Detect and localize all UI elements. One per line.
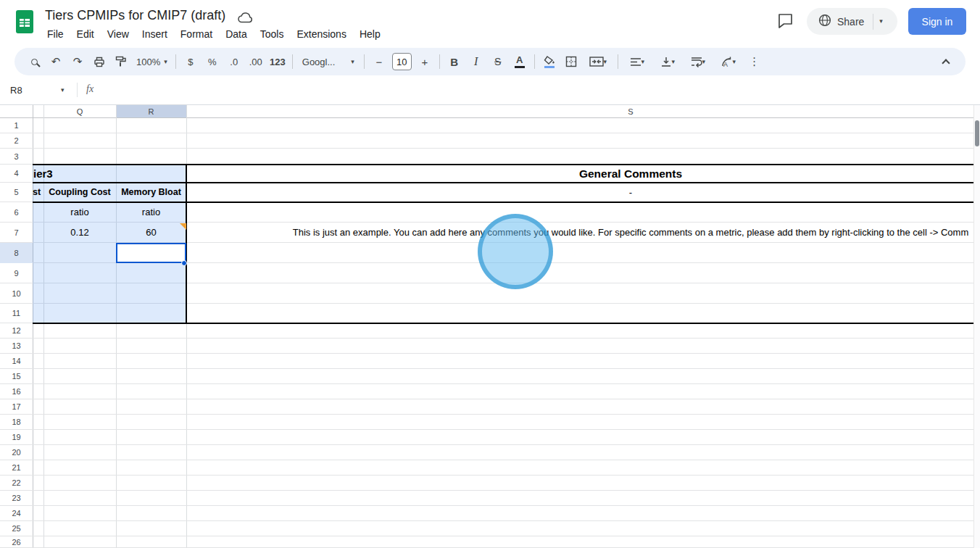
gridline-h <box>0 505 973 506</box>
scrollbar-thumb[interactable] <box>975 120 979 146</box>
italic-button[interactable]: I <box>467 52 486 71</box>
borders-button[interactable] <box>562 52 581 71</box>
share-button[interactable]: Share ▾ <box>807 8 897 35</box>
row-header-3[interactable]: 3 <box>0 149 33 165</box>
merge-cells-button[interactable]: ▾ <box>584 52 612 71</box>
menu-help[interactable]: Help <box>353 28 387 41</box>
row-header-23[interactable]: 23 <box>0 491 33 506</box>
format-percent-button[interactable]: % <box>203 52 222 71</box>
bold-button[interactable]: B <box>445 52 464 71</box>
column-header-s[interactable]: S <box>186 105 980 118</box>
row-header-8[interactable]: 8 <box>0 243 33 263</box>
column-header-partial[interactable] <box>33 105 43 118</box>
menu-view[interactable]: View <box>101 28 136 41</box>
horizontal-align-button[interactable]: ▾ <box>623 52 651 71</box>
row-header-19[interactable]: 19 <box>0 430 33 445</box>
zoom-control[interactable]: 100% ▾ <box>133 52 170 71</box>
increase-decimal-button[interactable]: .00 <box>246 52 265 71</box>
fill-color-button[interactable] <box>540 52 559 71</box>
row-header-22[interactable]: 22 <box>0 476 33 491</box>
text-wrap-button[interactable]: ▾ <box>684 52 712 71</box>
row-header-13[interactable]: 13 <box>0 339 33 354</box>
menu-data[interactable]: Data <box>219 28 254 41</box>
cell-ratio-r[interactable]: ratio <box>116 202 186 223</box>
sign-in-button[interactable]: Sign in <box>908 8 966 35</box>
row-header-15[interactable]: 15 <box>0 369 33 384</box>
gridline-h <box>0 399 973 399</box>
row-header-7[interactable]: 7 <box>0 223 33 243</box>
cell-ratio-q[interactable]: ratio <box>43 202 116 223</box>
name-box-dropdown-icon[interactable]: ▾ <box>61 87 65 94</box>
row-header-4[interactable]: 4 <box>0 165 33 183</box>
row-header-16[interactable]: 16 <box>0 384 33 399</box>
comment-history-icon[interactable] <box>777 12 794 32</box>
strikethrough-button[interactable]: S <box>489 52 507 71</box>
row-header-11[interactable]: 11 <box>0 304 33 323</box>
row-header-10[interactable]: 10 <box>0 283 33 304</box>
cell-coupling-cost-value[interactable]: 0.12 <box>43 223 116 243</box>
select-all-corner[interactable] <box>0 105 33 118</box>
row-header-5[interactable]: 5 <box>0 183 33 202</box>
cell-comment-text[interactable]: This is just an example. You can add her… <box>186 223 980 243</box>
decrease-font-size-button[interactable]: − <box>370 52 389 71</box>
column-header-r[interactable]: R <box>116 105 186 118</box>
row-header-6[interactable]: 6 <box>0 202 33 223</box>
format-currency-button[interactable]: $ <box>181 52 200 71</box>
row-header-14[interactable]: 14 <box>0 354 33 369</box>
decrease-decimal-button[interactable]: .0 <box>225 52 244 71</box>
row-header-24[interactable]: 24 <box>0 506 33 521</box>
sheets-logo-icon[interactable] <box>15 9 34 34</box>
menu-edit[interactable]: Edit <box>70 28 101 41</box>
share-dropdown-icon[interactable]: ▾ <box>879 18 883 25</box>
cell-coupling-cost[interactable]: Coupling Cost <box>43 183 116 202</box>
cloud-save-status-icon[interactable] <box>237 11 254 27</box>
vertical-align-button[interactable]: ▾ <box>654 52 681 71</box>
row-header-20[interactable]: 20 <box>0 445 33 460</box>
more-toolbar-options-button[interactable]: ⋮ <box>745 52 764 71</box>
share-label: Share <box>837 16 864 28</box>
column-header-q[interactable]: Q <box>43 105 116 118</box>
click-indicator <box>478 214 553 289</box>
row-header-12[interactable]: 12 <box>0 323 33 339</box>
name-box[interactable]: R8 <box>10 75 54 104</box>
menu-format[interactable]: Format <box>174 28 219 41</box>
cell-dash[interactable]: - <box>186 183 980 202</box>
cell-tier3[interactable]: ier3 <box>33 165 53 183</box>
paint-format-button[interactable] <box>112 52 130 71</box>
row-header-17[interactable]: 17 <box>0 399 33 415</box>
row-header-18[interactable]: 18 <box>0 415 33 430</box>
text-rotation-button[interactable]: A ▾ <box>715 52 742 71</box>
cell-memory-bloat-value[interactable]: 60 <box>116 223 186 243</box>
row-header-25[interactable]: 25 <box>0 521 33 536</box>
cell-header-partial[interactable]: st <box>33 183 43 202</box>
collapse-toolbar-button[interactable] <box>937 52 955 71</box>
menu-tools[interactable]: Tools <box>254 28 291 41</box>
menu-extensions[interactable]: Extensions <box>290 28 352 41</box>
font-name: Googl... <box>302 57 336 67</box>
cell-general-comments[interactable]: General Comments <box>186 165 980 183</box>
increase-font-size-button[interactable]: + <box>415 52 434 71</box>
fill-handle[interactable] <box>181 260 187 266</box>
redo-button[interactable]: ↷ <box>68 52 87 71</box>
search-icon[interactable] <box>25 52 43 71</box>
print-button[interactable] <box>90 52 109 71</box>
formula-bar-divider <box>77 83 78 97</box>
row-header-9[interactable]: 9 <box>0 263 33 283</box>
more-formats-button[interactable]: 123 <box>268 52 287 71</box>
text-color-button[interactable]: A <box>510 52 529 71</box>
menu-file[interactable]: File <box>41 28 70 41</box>
font-selector[interactable]: Googl... ▾ <box>298 52 359 71</box>
row-header-21[interactable]: 21 <box>0 460 33 476</box>
cell-memory-bloat[interactable]: Memory Bloat <box>116 183 186 202</box>
vertical-scrollbar[interactable] <box>973 105 980 548</box>
menu-insert[interactable]: Insert <box>136 28 174 41</box>
dropdown-icon: ▾ <box>672 59 676 65</box>
row-header-1[interactable]: 1 <box>0 118 33 133</box>
document-title[interactable]: Tiers CPMIPs for CMIP7 (draft) <box>45 8 225 23</box>
undo-button[interactable]: ↶ <box>46 52 65 71</box>
row-header-2[interactable]: 2 <box>0 133 33 149</box>
formula-input[interactable] <box>105 75 973 104</box>
row-header-26[interactable]: 26 <box>0 536 33 548</box>
active-cell-r8[interactable] <box>116 243 186 263</box>
font-size-input[interactable]: 10 <box>392 53 412 70</box>
